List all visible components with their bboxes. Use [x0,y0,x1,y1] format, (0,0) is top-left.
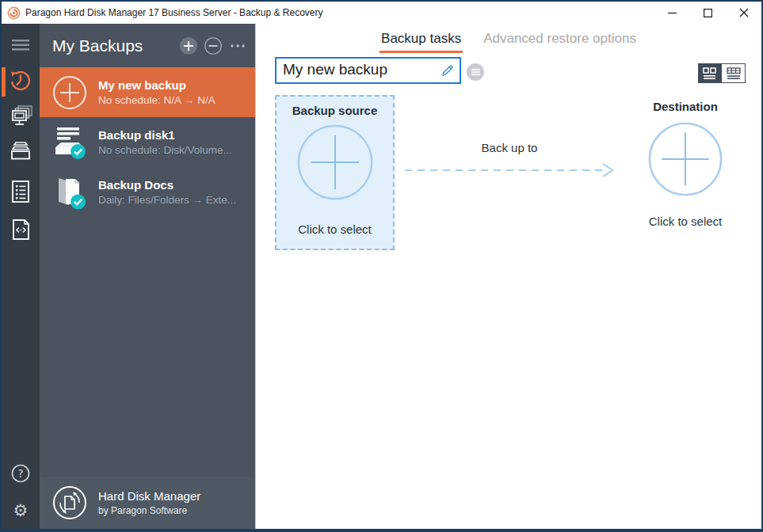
maximize-icon [704,9,712,17]
tab-advanced-restore-options[interactable]: Advanced restore options [482,31,638,53]
backup-item-text: My new backup No schedule: N/A → N/A [98,78,216,108]
select-source-plus-icon[interactable] [296,124,374,201]
settings-icon: ⚙ [13,501,29,520]
main-tabs: Backup tasks Advanced restore options [256,24,761,53]
window-title: Paragon Hard Disk Manager 17 Business Se… [25,7,323,18]
sidebar-title: My Backups [52,36,174,55]
minimize-button[interactable] [654,2,690,24]
backup-item-text: Backup Docs Daily: Files/Folders → Exte.… [98,177,236,207]
paragon-logo-icon [7,6,21,20]
minimize-icon [668,9,677,17]
remove-icon [204,36,223,55]
reports-nav-button[interactable] [2,177,40,206]
backup-flow-arrow [403,161,619,180]
computers-icon [9,105,32,127]
backup-recovery-nav-button[interactable] [2,66,40,95]
backup-item-title: Backup disk1 [98,127,232,143]
backup-item-title: My new backup [98,78,216,93]
footer-product-name: Hard Disk Manager [98,488,200,504]
remove-backup-button[interactable] [204,36,223,55]
footer-vendor: by Paragon Software [98,504,200,517]
backup-source-hint: Click to select [277,222,393,236]
backups-sidebar: My Backups [40,24,255,529]
backup-source-box[interactable]: Backup source Click to select [275,95,395,250]
edit-pencil-icon[interactable] [441,64,454,77]
settings-button[interactable]: ⚙ [2,496,40,525]
backup-item-subtitle: No schedule: Disk/Volume... [98,143,232,158]
tile-view-button[interactable] [698,63,722,83]
sidebar-footer: Hard Disk Manager by Paragon Software [40,477,255,529]
destination-title: Destination [624,100,747,113]
backup-name-input[interactable] [275,57,461,84]
app-window: Paragon Hard Disk Manager 17 Business Se… [0,0,763,532]
title-bar: Paragon Hard Disk Manager 17 Business Se… [2,2,761,24]
backup-item-subtitle: Daily: Files/Folders → Exte... [98,193,236,207]
disk-backup-icon [52,125,87,160]
hard-disk-manager-logo-icon [52,485,87,520]
navigation-rail: ? ⚙ [2,24,40,529]
backup-name-field-wrap [275,57,461,84]
add-icon [179,36,198,55]
storage-icon [9,140,32,161]
backup-list-item-my-new-backup[interactable]: My new backup No schedule: N/A → N/A [40,67,255,117]
computers-nav-button[interactable] [2,102,40,131]
tab-backup-tasks[interactable]: Backup tasks [380,31,463,53]
destination-hint: Click to select [624,215,747,228]
main-content: Backup tasks Advanced restore options [255,24,761,529]
storage-nav-button[interactable] [2,136,40,165]
table-view-button[interactable] [722,63,746,83]
maximize-button[interactable] [690,2,726,24]
select-destination-plus-icon[interactable] [647,121,723,197]
scripts-nav-button[interactable] [2,215,40,244]
backup-list-item-backup-docs[interactable]: Backup Docs Daily: Files/Folders → Exte.… [40,167,255,217]
new-backup-plus-icon [52,75,87,110]
flow-label: Back up to [406,141,612,154]
view-toggle-group [698,63,746,83]
app-body: ? ⚙ My Backups [2,24,761,529]
destination-area[interactable]: Destination Click to select [624,100,747,228]
files-backup-icon [52,175,87,210]
help-button[interactable]: ? [2,459,40,488]
sidebar-header: My Backups [40,24,255,67]
ellipsis-icon [230,44,246,48]
main-menu-button[interactable] [2,31,40,59]
backup-list-item-backup-disk1[interactable]: Backup disk1 No schedule: Disk/Volume... [40,117,255,167]
scripts-icon [10,218,32,241]
svg-text:?: ? [17,467,23,480]
table-view-icon [727,67,741,80]
window-controls [654,2,761,24]
close-icon [739,8,749,17]
backup-recovery-icon [8,68,33,93]
close-button[interactable] [726,2,761,24]
backup-item-text: Backup disk1 No schedule: Disk/Volume... [98,127,232,158]
task-menu-lines-icon [471,69,480,75]
footer-text: Hard Disk Manager by Paragon Software [98,488,200,517]
tile-view-icon [703,67,717,80]
add-backup-button[interactable] [179,36,198,55]
more-options-button[interactable] [228,36,247,55]
help-icon: ? [10,463,31,484]
reports-icon [10,180,31,203]
task-menu-button[interactable] [467,63,484,81]
backup-item-subtitle: No schedule: N/A → N/A [98,93,216,108]
backup-source-title: Backup source [277,104,393,117]
menu-icon [12,40,29,51]
backup-item-title: Backup Docs [98,177,236,193]
